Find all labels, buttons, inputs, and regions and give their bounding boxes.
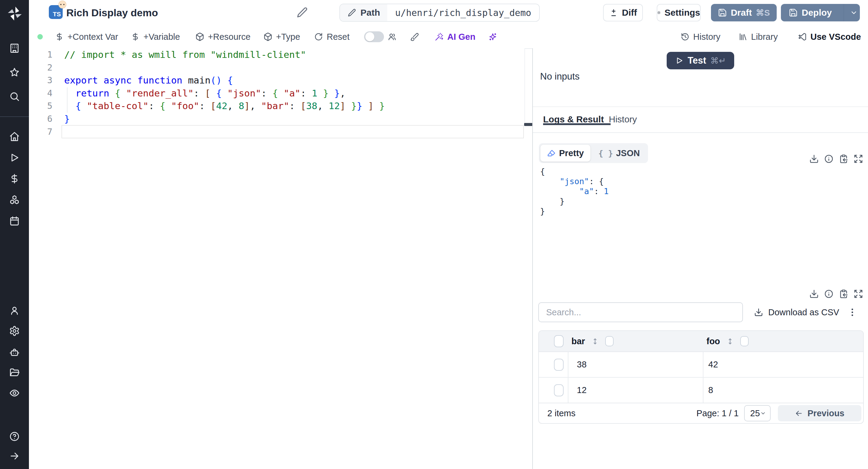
line-number: 2 [29,61,53,74]
column-toggle-checkbox[interactable] [740,336,749,346]
tab-history[interactable]: History [609,114,637,124]
favorites-icon[interactable] [9,67,20,78]
use-vscode-button[interactable]: Use VScode [798,25,861,48]
vscode-icon [798,32,807,41]
sort-icon[interactable] [591,337,599,345]
sidebar [0,0,29,469]
folders-icon[interactable] [9,367,20,378]
magic-wand-icon [435,32,444,41]
ai-sparkles-button[interactable] [488,25,497,48]
column-header-foo: foo [707,331,749,351]
more-options-icon[interactable] [847,307,858,318]
resources-icon[interactable] [9,194,20,205]
column-label: bar [571,336,585,346]
code-line[interactable]: // import * as wmill from "windmill-clie… [64,48,306,61]
library-button[interactable]: Library [738,25,778,48]
download-csv-button[interactable]: Download as CSV [754,302,839,322]
info-icon[interactable] [824,289,834,299]
code-line[interactable]: return { "render_all": [ { "json": { "a"… [64,87,345,100]
line-number: 3 [29,74,53,87]
code-line[interactable]: } [64,113,70,125]
result-json-line: "json": { [540,176,604,186]
reset-button[interactable]: Reset [314,25,350,48]
column-toggle-checkbox[interactable] [605,336,614,346]
multiplayer-button[interactable] [388,25,397,48]
ai-gen-button[interactable]: AI Gen [435,25,475,48]
audit-logs-icon[interactable] [9,387,20,399]
draft-button[interactable]: Draft ⌘S [711,4,777,22]
add-type-button[interactable]: +Type [264,25,300,48]
line-number: 7 [29,125,53,138]
workspace-icon[interactable] [9,43,20,54]
page-title: Rich Display demo [66,7,158,19]
line-number: 6 [29,113,53,125]
test-button[interactable]: Test ⌘↵ [667,52,734,69]
previous-page-button[interactable]: Previous [778,405,861,421]
code-line[interactable]: { "table-col": { "foo": [42, 8], "bar": … [64,99,385,113]
select-all-checkbox[interactable] [554,335,564,347]
download-icon[interactable] [809,154,819,164]
add-context-var-button[interactable]: +Context Var [55,25,118,48]
download-icon[interactable] [809,289,819,299]
deploy-dropdown[interactable] [848,4,860,22]
page-size-select[interactable]: 25 [744,405,771,421]
path-label-section: Path [340,4,387,21]
history-button[interactable]: History [681,25,720,48]
row-checkbox[interactable] [554,384,564,396]
sort-icon[interactable] [726,337,734,345]
code-editor[interactable]: 1234567 // import * as wmill from "windm… [29,48,524,469]
sparkles-icon [488,32,497,41]
add-variable-button[interactable]: +Variable [131,25,180,48]
runs-icon[interactable] [9,152,20,163]
settings-button[interactable]: Settings [657,4,701,22]
column-label: foo [707,336,720,346]
users-icon[interactable] [9,305,20,316]
dollar-icon [55,32,64,41]
table-actions [809,289,863,299]
windmill-logo-icon[interactable] [7,6,22,21]
help-icon[interactable] [9,431,20,442]
info-icon[interactable] [824,154,834,164]
path-value: u/henri/rich_display_demo [387,4,539,21]
result-actions [809,154,863,164]
indent-guide [67,87,67,113]
column-header-bar: bar [571,331,614,351]
cell-foo: 8 [703,378,863,403]
table-row: 128 [539,378,863,403]
variables-icon[interactable] [9,173,20,184]
edit-summary-icon[interactable] [296,6,308,19]
diff-button[interactable]: Diff [603,4,643,22]
path-label: Path [361,7,380,18]
save-icon [789,8,798,17]
windmill-script-editor: TS Rich Display demo Path u/henri/rich_d… [0,0,868,469]
arrow-left-icon [795,409,803,417]
items-count: 2 items [547,408,575,418]
copy-to-clipboard-icon[interactable] [839,154,848,164]
settings-icon[interactable] [9,325,20,336]
workers-icon[interactable] [9,347,20,357]
page-indicator: Page: 1 / 1 [696,408,739,418]
format-button[interactable] [410,25,419,48]
copy-to-clipboard-icon[interactable] [839,289,848,299]
editor-edge-line [524,48,525,125]
expand-sidebar-icon[interactable] [9,450,20,462]
panel-resize-handle[interactable] [524,123,532,126]
run-panel: Test ⌘↵ No inputs Logs & Result History … [533,48,868,469]
home-icon[interactable] [9,131,20,142]
json-toggle[interactable]: { } JSON [592,148,647,158]
table-search-input[interactable] [538,302,743,322]
braces-icon: { } [598,149,613,158]
add-resource-button[interactable]: +Resource [195,25,250,48]
row-checkbox[interactable] [554,359,564,371]
gear-icon [657,8,661,17]
pretty-toggle[interactable]: Pretty [540,145,590,162]
search-icon[interactable] [9,91,20,102]
collab-toggle[interactable] [364,31,384,42]
expand-icon[interactable] [854,154,863,164]
tab-logs-result[interactable]: Logs & Result [543,114,604,124]
expand-icon[interactable] [854,289,863,299]
deploy-button[interactable]: Deploy [781,4,860,22]
schedules-icon[interactable] [9,216,20,226]
code-line[interactable]: export async function main() { [64,74,233,87]
path-pill[interactable]: Path u/henri/rich_display_demo [339,4,540,22]
